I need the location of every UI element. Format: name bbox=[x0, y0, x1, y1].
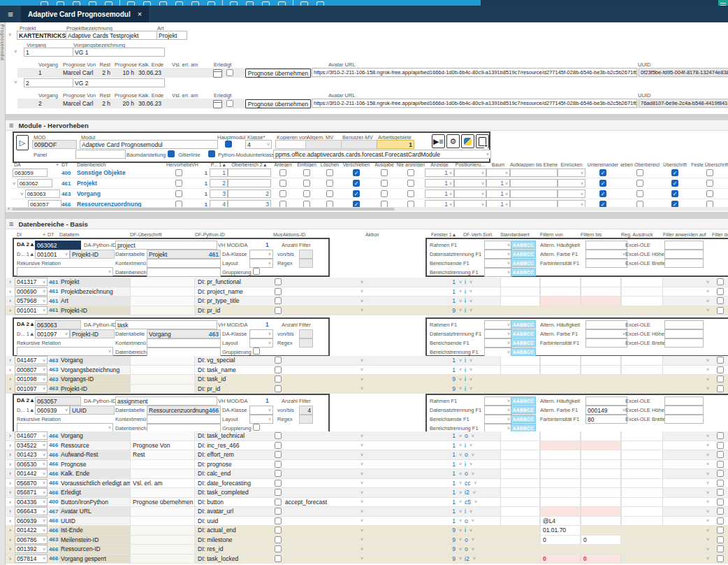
df-verh-select[interactable]: o˅ bbox=[463, 545, 483, 554]
anzeige-select[interactable]: 1˅ bbox=[425, 169, 454, 177]
fenster-select[interactable]: 1˅ bbox=[431, 450, 463, 459]
loeschen-checkbox[interactable] bbox=[326, 190, 333, 197]
einruecken-select[interactable]: ˅ bbox=[558, 189, 585, 198]
header-plus-icon[interactable]: + bbox=[43, 232, 45, 237]
reg-ausdruck-cell[interactable] bbox=[621, 278, 663, 287]
reg-ausdruck-cell[interactable] bbox=[621, 555, 663, 564]
gruppierung-checkbox[interactable] bbox=[253, 348, 260, 355]
filter-deak-checkbox[interactable] bbox=[717, 545, 724, 552]
baum-select[interactable]: 1˅ bbox=[486, 189, 510, 198]
filtern-von-cell[interactable] bbox=[540, 375, 581, 384]
df-verh-select[interactable]: i˅ bbox=[463, 287, 483, 296]
row-expander-icon[interactable]: › bbox=[6, 526, 15, 535]
da-id-field[interactable]: 063063 bbox=[35, 320, 81, 329]
arbeitsgebiete-field[interactable]: 1 bbox=[377, 140, 414, 149]
filter-anwenden-select[interactable]: ˅ bbox=[663, 366, 712, 375]
filter-anwenden-select[interactable]: ˅ bbox=[663, 385, 712, 394]
altern-farbe-select[interactable]: ˅ bbox=[585, 250, 627, 259]
filtern-bis-cell[interactable]: 0 bbox=[581, 536, 621, 545]
standardwert-cell[interactable] bbox=[500, 375, 540, 384]
row-expander-icon[interactable]: › bbox=[6, 296, 15, 306]
color-swatch[interactable]: AABBCC bbox=[511, 396, 536, 405]
standardwert-cell[interactable] bbox=[500, 278, 540, 287]
muss-checkbox[interactable] bbox=[275, 432, 282, 439]
fenster-select[interactable]: 1˅ bbox=[431, 287, 463, 296]
muss-checkbox[interactable] bbox=[275, 536, 282, 543]
di-field[interactable]: 001422˅ bbox=[15, 526, 48, 534]
position-field[interactable]: 2 bbox=[210, 179, 228, 187]
gitterlinie-checkbox[interactable] bbox=[208, 150, 215, 157]
neben-oberbereich-checkbox[interactable] bbox=[636, 180, 643, 187]
task-expander-icon[interactable]: ˅ bbox=[14, 48, 17, 55]
filter-anwenden-select[interactable]: ˅ bbox=[663, 545, 712, 554]
farbintensitaet-field[interactable]: 80 bbox=[585, 415, 627, 424]
row-expander-icon[interactable]: › bbox=[6, 460, 15, 469]
row-expander-icon[interactable]: › bbox=[6, 278, 15, 287]
df-verh-select[interactable]: o˅ bbox=[463, 536, 483, 545]
di-field[interactable]: 056871˅ bbox=[15, 488, 48, 496]
filter-deak-checkbox[interactable] bbox=[717, 307, 724, 314]
di-field[interactable]: 004336˅ bbox=[15, 498, 48, 506]
color-swatch[interactable]: AABBCC bbox=[511, 338, 536, 347]
einruecken-select[interactable]: ˅ bbox=[558, 179, 585, 187]
anlegen-checkbox[interactable] bbox=[279, 180, 286, 187]
frame-style-select[interactable]: ˅ bbox=[484, 338, 512, 348]
di-field[interactable]: 041317˅ bbox=[15, 278, 48, 286]
row-expander-icon[interactable]: › bbox=[6, 479, 15, 488]
verschieben-checkbox[interactable]: ✓ bbox=[353, 180, 360, 187]
project-expander-icon[interactable]: ˅ bbox=[8, 31, 12, 38]
reg-ausdruck-cell[interactable] bbox=[621, 441, 663, 450]
project-art-field[interactable]: Projekt bbox=[156, 31, 187, 40]
muss-checkbox[interactable] bbox=[275, 517, 282, 524]
color-swatch[interactable]: AABBCC bbox=[511, 259, 536, 267]
filtern-von-cell[interactable] bbox=[540, 460, 581, 469]
filter-anwenden-select[interactable]: ˅ bbox=[663, 306, 712, 315]
di-field[interactable]: 000807˅ bbox=[15, 366, 48, 374]
row-expander-icon[interactable]: › bbox=[6, 517, 15, 526]
filtern-von-cell[interactable] bbox=[540, 287, 581, 296]
excel-ole-hoehe-field[interactable] bbox=[664, 250, 704, 259]
nie-anzeigen-checkbox[interactable] bbox=[407, 180, 414, 187]
filtern-von-cell[interactable]: 01.01.70 bbox=[540, 526, 581, 535]
aktions-id-select[interactable]: ˅ bbox=[283, 278, 365, 287]
df-verh-select[interactable]: o˅ bbox=[463, 431, 483, 441]
task-name-field[interactable]: VG 2 bbox=[73, 78, 165, 87]
excel-ole-breite-field[interactable] bbox=[664, 259, 704, 268]
aktions-id-select[interactable]: ˅ bbox=[283, 287, 365, 296]
filtern-von-cell[interactable] bbox=[540, 469, 581, 478]
filtern-bis-cell[interactable] bbox=[581, 526, 621, 535]
df-verh-select[interactable]: i2˅ bbox=[463, 555, 483, 564]
positionierung-select[interactable]: ˅ bbox=[454, 189, 486, 198]
filtern-bis-cell[interactable] bbox=[581, 431, 621, 441]
hervorheben-checkbox[interactable] bbox=[175, 190, 182, 197]
muss-checkbox[interactable] bbox=[275, 499, 282, 506]
aufklappen-field[interactable] bbox=[510, 189, 558, 198]
prognose-uebernehmen-button[interactable]: Prognose übernehmen bbox=[245, 69, 311, 78]
filtern-von-cell[interactable] bbox=[540, 431, 581, 441]
feste-ueberschrift-checkbox[interactable] bbox=[706, 180, 713, 187]
erledigt-checkbox[interactable] bbox=[226, 69, 233, 76]
df-verh-select[interactable]: i˅ bbox=[463, 306, 483, 315]
prognose-uebernehmen-button[interactable]: Prognose übernehmen bbox=[245, 99, 311, 108]
baumdarstellung-checkbox[interactable] bbox=[168, 150, 175, 157]
muss-checkbox[interactable] bbox=[275, 288, 282, 295]
fenster-select[interactable]: 9˅ bbox=[431, 536, 463, 545]
tab-adaptive-card-prognosemodul[interactable]: Adaptive Card Prognosemodul × bbox=[21, 6, 149, 22]
task-id-field[interactable]: 1 bbox=[24, 48, 74, 57]
project-name-field[interactable]: Adaptive Cards Testprojekt bbox=[66, 31, 158, 40]
filter-anwenden-select[interactable]: ˅ bbox=[663, 469, 712, 478]
reg-ausdruck-cell[interactable] bbox=[621, 375, 663, 384]
df-verh-select[interactable]: o˅ bbox=[463, 517, 483, 526]
filter-deak-checkbox[interactable] bbox=[717, 366, 724, 373]
filtern-bis-cell[interactable] bbox=[581, 278, 621, 287]
untereinander-checkbox[interactable]: ✓ bbox=[599, 169, 606, 176]
fenster-select[interactable]: 1˅ bbox=[431, 498, 463, 507]
frame-style-select[interactable]: ˅ bbox=[484, 396, 512, 406]
filter-deak-checkbox[interactable] bbox=[717, 555, 724, 562]
rekursive-relation-select[interactable]: ˅ bbox=[17, 267, 113, 276]
df-verh-select[interactable]: i˅ bbox=[463, 375, 483, 384]
kontextmenu-field[interactable] bbox=[147, 415, 221, 424]
di-field[interactable]: 057814˅ bbox=[15, 555, 48, 563]
standardwert-cell[interactable] bbox=[500, 385, 540, 394]
reg-ausdruck-cell[interactable] bbox=[621, 287, 663, 296]
